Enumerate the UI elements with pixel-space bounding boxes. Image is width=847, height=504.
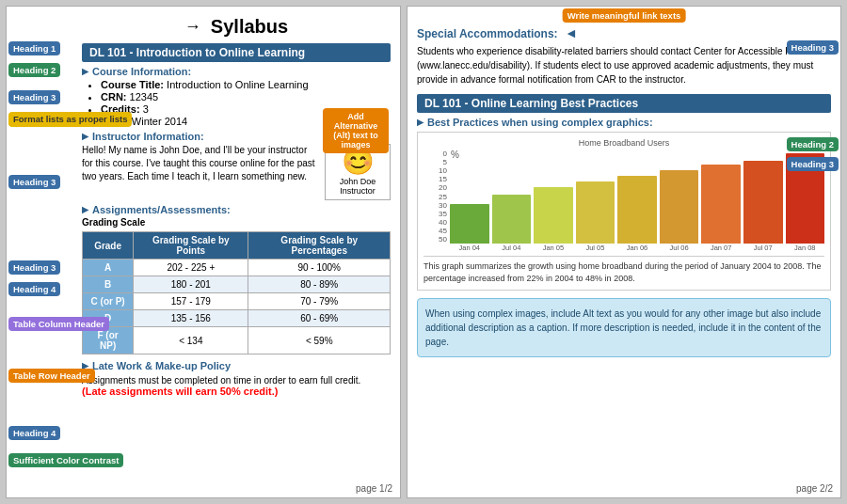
- y-axis-label: 50: [424, 235, 447, 244]
- tag-link-text: Write meaningful link texts: [563, 8, 686, 23]
- y-axis-label: 10: [424, 166, 447, 175]
- table-row: B180 - 20180 - 89%: [83, 276, 391, 293]
- x-axis-label: Jan 07: [701, 244, 741, 252]
- x-axis-label: Jul 04: [492, 244, 532, 252]
- chart-y-axis: 50454035302520151050: [424, 150, 447, 244]
- instructor-title: Instructor: [329, 186, 386, 196]
- x-axis-label: Jan 05: [534, 244, 573, 252]
- tag-h2-best-right: Heading 2: [787, 137, 839, 151]
- y-axis-label: 25: [424, 193, 447, 201]
- row-header: B: [83, 276, 134, 293]
- course-info-heading: Course Information:: [82, 66, 391, 77]
- row-cell: < 134: [134, 327, 248, 354]
- y-axis-label: 35: [424, 210, 447, 218]
- table-header-row: Grade Grading Scale by Points Grading Sc…: [83, 232, 391, 260]
- page-number-1: page 1/2: [356, 483, 392, 494]
- x-axis-label: Jul 07: [743, 244, 783, 252]
- page-1: Heading 1 Heading 2 Heading 3 Format lis…: [6, 6, 401, 498]
- grade-table: Grade Grading Scale by Points Grading Sc…: [82, 231, 391, 354]
- row-cell: 180 - 201: [134, 276, 248, 293]
- col-points: Grading Scale by Points: [134, 232, 248, 260]
- tag-heading2: Heading 2: [8, 63, 60, 77]
- chart-bar: [492, 195, 532, 244]
- chart-bar: [617, 176, 657, 244]
- page-number-2: page 2/2: [796, 483, 833, 494]
- x-axis-label: Jul 05: [576, 244, 615, 252]
- late-policy-text: Assignments must be completed on time in…: [82, 375, 391, 386]
- row-cell: 80 - 89%: [248, 276, 391, 293]
- row-header: A: [83, 260, 134, 276]
- late-policy-heading: Late Work & Make-up Policy: [82, 360, 391, 371]
- chart-bar: [660, 170, 699, 244]
- page-2: Write meaningful link texts Heading 3 He…: [407, 6, 841, 498]
- x-axis-label: Jan 08: [786, 244, 825, 252]
- chart-caption: This graph summarizes the growth using h…: [424, 256, 824, 284]
- col-grade: Grade: [83, 232, 134, 260]
- chart-bar: [534, 187, 573, 244]
- tag-table-col-header: Table Column Header: [8, 317, 109, 331]
- syllabus-title: Syllabus: [82, 16, 391, 38]
- table-row: D135 - 15660 - 69%: [83, 310, 391, 327]
- tag-heading3-assignments: Heading 3: [8, 260, 60, 275]
- row-cell: 90 - 100%: [248, 260, 391, 276]
- row-cell: 202 - 225 +: [134, 260, 248, 276]
- y-axis-label: 20: [424, 183, 447, 192]
- tag-heading3-course: Heading 3: [8, 90, 60, 104]
- row-cell: < 59%: [248, 327, 391, 354]
- course-title-item: Course Title: Introduction to Online Lea…: [101, 79, 391, 90]
- tag-heading4-grading: Heading 4: [8, 282, 60, 296]
- tag-color-contrast: Sufficient Color Contrast: [8, 453, 123, 467]
- y-axis-label: 5: [424, 158, 447, 166]
- special-acc-text: Students who experience disability-relat…: [417, 44, 831, 87]
- course-heading: DL 101 - Introduction to Online Learning: [82, 43, 391, 62]
- instructor-name: John Doe: [329, 177, 386, 186]
- row-cell: 70 - 79%: [248, 293, 391, 310]
- grading-scale-label: Grading Scale: [82, 217, 391, 228]
- table-row: A202 - 225 +90 - 100%: [83, 260, 391, 276]
- chart-bar: [576, 181, 615, 244]
- row-cell: 157 - 179: [134, 293, 248, 310]
- tag-format-lists: Format lists as proper lists: [8, 112, 132, 127]
- best-practices-heading: DL 101 - Online Learning Best Practices: [417, 94, 831, 113]
- grade-table-body: A202 - 225 +90 - 100%B180 - 20180 - 89%C…: [83, 260, 391, 354]
- alt-text-button[interactable]: Add Alternative (Alt) text to images: [323, 108, 389, 153]
- special-acc-heading: Special Accommodations: ◄: [417, 25, 831, 40]
- chart-bar: [450, 204, 489, 244]
- chart-bar: [701, 165, 741, 244]
- tag-h3-special-right: Heading 3: [787, 40, 839, 55]
- chart-title: Home Broadband Users: [424, 138, 824, 148]
- chart-section-heading: Best Practices when using complex graphi…: [417, 117, 831, 128]
- y-axis-label: 45: [424, 227, 447, 235]
- x-axis-label: Jul 06: [660, 244, 699, 252]
- tag-heading4-late: Heading 4: [8, 426, 60, 440]
- tag-table-row-header: Table Row Header: [8, 369, 95, 383]
- late-warning: (Late assignments will earn 50% credit.): [82, 386, 391, 397]
- table-row: F (or NP)< 134< 59%: [83, 327, 391, 354]
- y-axis-label: 40: [424, 218, 447, 227]
- y-axis-label: 15: [424, 175, 447, 183]
- row-header: C (or P): [83, 293, 134, 310]
- y-axis-label: 30: [424, 201, 447, 210]
- row-cell: 60 - 69%: [248, 310, 391, 327]
- x-axis-label: Jan 06: [617, 244, 657, 252]
- tag-h3-best-right: Heading 3: [787, 157, 839, 171]
- chart-x-labels: Jan 04Jul 04Jan 05Jul 05Jan 06Jul 06Jan …: [424, 244, 824, 252]
- tag-heading1: Heading 1: [8, 41, 60, 55]
- chart-bar: [743, 161, 783, 244]
- tag-heading3-instructor: Heading 3: [8, 175, 60, 189]
- assignments-heading: Assignments/Assessments:: [82, 204, 391, 215]
- col-percentages: Grading Scale by Percentages: [248, 232, 391, 260]
- chart-area: 50454035302520151050: [424, 150, 824, 244]
- blue-note: When using complex images, include Alt t…: [417, 298, 831, 357]
- y-axis-label: 0: [424, 150, 447, 158]
- instructor-text: Hello! My name is John Doe, and I'll be …: [82, 144, 317, 200]
- crn-item: CRN: 12345: [101, 91, 391, 102]
- row-cell: 135 - 156: [134, 310, 248, 327]
- table-row: C (or P)157 - 17970 - 79%: [83, 293, 391, 310]
- chart-container: Home Broadband Users % 50454035302520151…: [417, 132, 831, 291]
- x-axis-label: Jan 04: [450, 244, 489, 252]
